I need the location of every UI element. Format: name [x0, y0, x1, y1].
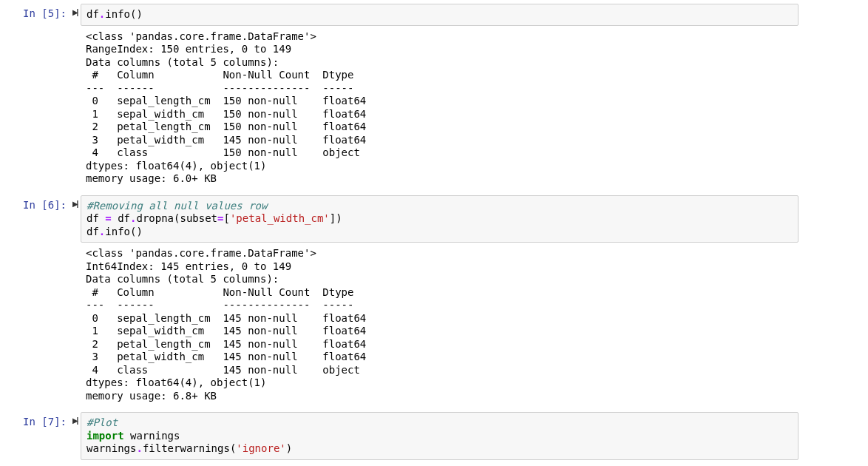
notebook-container: In [5]: ▶| df.info() <class 'pandas.core… [0, 0, 799, 462]
input-prompt: In [5]: [0, 4, 70, 24]
input-prompt: In [6]: [0, 195, 70, 215]
run-cell-icon[interactable]: ▶| [70, 195, 81, 208]
input-prompt: In [7]: [0, 412, 70, 432]
code-input[interactable]: df.info() [81, 4, 799, 26]
output-row: <class 'pandas.core.frame.DataFrame'> In… [0, 244, 799, 408]
stdout-output: <class 'pandas.core.frame.DataFrame'> Ra… [81, 29, 799, 187]
run-cell-icon[interactable]: ▶| [70, 4, 81, 16]
code-cell: In [5]: ▶| df.info() [0, 0, 799, 27]
output-row: <class 'pandas.core.frame.DataFrame'> Ra… [0, 27, 799, 192]
code-input[interactable]: #Plot import warnings warnings.filterwar… [81, 412, 799, 460]
code-cell: In [6]: ▶| #Removing all null values row… [0, 192, 799, 245]
code-input[interactable]: #Removing all null values row df = df.dr… [81, 195, 799, 243]
run-cell-icon[interactable]: ▶| [70, 412, 81, 425]
stdout-output: <class 'pandas.core.frame.DataFrame'> In… [81, 246, 799, 404]
code-cell: In [7]: ▶| #Plot import warnings warning… [0, 408, 799, 462]
